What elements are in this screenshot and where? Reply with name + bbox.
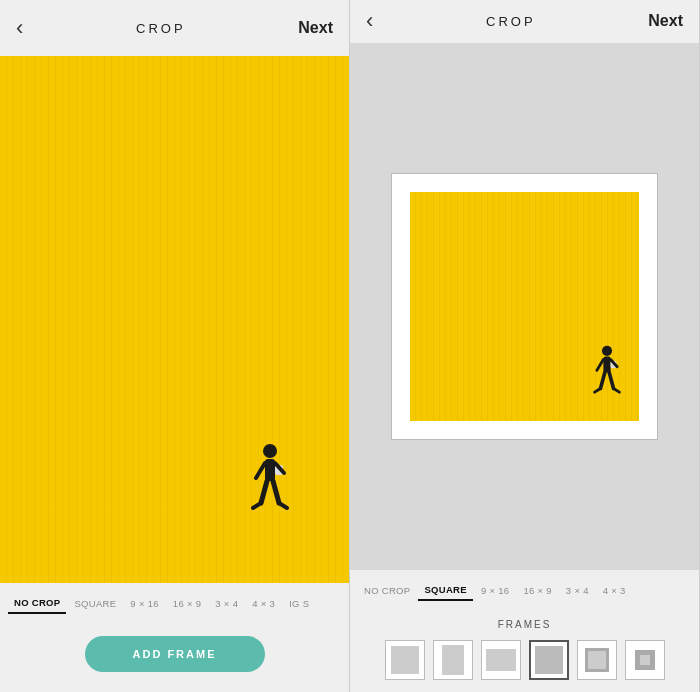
crop-option-9x16-left[interactable]: 9 × 16 bbox=[124, 594, 164, 613]
crop-option-4x3-left[interactable]: 4 × 3 bbox=[246, 594, 281, 613]
person-right bbox=[593, 345, 621, 403]
svg-point-9 bbox=[602, 346, 612, 356]
crop-option-no-crop-right[interactable]: NO CROP bbox=[358, 581, 416, 600]
frame-thumb-2[interactable] bbox=[433, 640, 473, 680]
frames-section: FRAMES bbox=[350, 611, 699, 692]
right-back-button[interactable]: ‹ bbox=[366, 10, 373, 32]
right-crop-options: NO CROP SQUARE 9 × 16 16 × 9 3 × 4 4 × 3 bbox=[350, 570, 699, 611]
left-panel: ‹ CROP Next bbox=[0, 0, 350, 692]
crop-option-9x16-right[interactable]: 9 × 16 bbox=[475, 581, 515, 600]
left-next-button[interactable]: Next bbox=[298, 19, 333, 37]
add-frame-button[interactable]: ADD FRAME bbox=[85, 636, 265, 672]
crop-option-4x3-right[interactable]: 4 × 3 bbox=[597, 581, 632, 600]
svg-line-15 bbox=[614, 388, 620, 392]
left-back-button[interactable]: ‹ bbox=[16, 17, 23, 39]
svg-line-4 bbox=[273, 481, 279, 503]
frame-thumb-4[interactable] bbox=[529, 640, 569, 680]
frame-thumb-1[interactable] bbox=[385, 640, 425, 680]
crop-option-square-left[interactable]: SQUARE bbox=[68, 594, 122, 613]
person-left bbox=[251, 443, 289, 523]
left-header: ‹ CROP Next bbox=[0, 0, 349, 56]
crop-option-3x4-left[interactable]: 3 × 4 bbox=[209, 594, 244, 613]
frame-thumb-6[interactable] bbox=[625, 640, 665, 680]
frame-thumb-5[interactable] bbox=[577, 640, 617, 680]
crop-option-16x9-left[interactable]: 16 × 9 bbox=[167, 594, 207, 613]
frames-label: FRAMES bbox=[358, 619, 691, 630]
svg-line-7 bbox=[256, 463, 265, 478]
left-image-area bbox=[0, 56, 349, 583]
svg-line-12 bbox=[600, 372, 604, 388]
frames-row bbox=[358, 640, 691, 680]
svg-line-16 bbox=[597, 359, 604, 370]
left-bottom-controls: NO CROP SQUARE 9 × 16 16 × 9 3 × 4 4 × 3… bbox=[0, 583, 349, 692]
left-crop-options: NO CROP SQUARE 9 × 16 16 × 9 3 × 4 4 × 3… bbox=[0, 583, 349, 624]
crop-option-3x4-right[interactable]: 3 × 4 bbox=[560, 581, 595, 600]
svg-line-5 bbox=[253, 503, 261, 508]
crop-option-16x9-right[interactable]: 16 × 9 bbox=[517, 581, 557, 600]
svg-point-0 bbox=[263, 444, 277, 458]
svg-line-3 bbox=[261, 481, 267, 503]
svg-line-14 bbox=[595, 388, 601, 392]
yellow-wall-left bbox=[0, 56, 349, 583]
right-title: CROP bbox=[486, 14, 536, 29]
crop-option-igs-left[interactable]: IG S bbox=[283, 594, 315, 613]
svg-line-6 bbox=[279, 503, 287, 508]
crop-option-square-right[interactable]: SQUARE bbox=[418, 580, 472, 601]
right-image-area bbox=[350, 43, 699, 570]
yellow-wall-right bbox=[410, 192, 639, 421]
right-bottom-controls: NO CROP SQUARE 9 × 16 16 × 9 3 × 4 4 × 3… bbox=[350, 570, 699, 692]
right-panel: ‹ CROP Next bbox=[350, 0, 700, 692]
right-header: ‹ CROP Next bbox=[350, 0, 699, 43]
framed-image bbox=[392, 174, 657, 439]
frame-thumb-3[interactable] bbox=[481, 640, 521, 680]
svg-line-13 bbox=[609, 372, 613, 388]
right-next-button[interactable]: Next bbox=[648, 12, 683, 30]
crop-option-no-crop-left[interactable]: NO CROP bbox=[8, 593, 66, 614]
left-title: CROP bbox=[136, 21, 186, 36]
